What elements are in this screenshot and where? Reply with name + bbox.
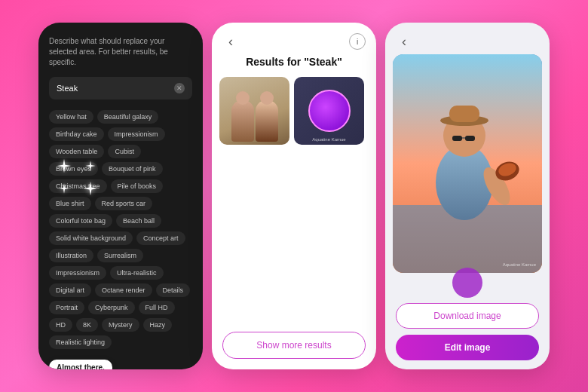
suggestion-chip[interactable]: Bouquet of pink — [102, 162, 163, 176]
person-2 — [256, 100, 278, 142]
suggestion-chip[interactable]: Details — [156, 283, 191, 297]
suggestion-chip[interactable]: Octane render — [95, 283, 152, 297]
suggestion-chip[interactable]: Portrait — [49, 301, 84, 314]
purple-circle — [308, 90, 351, 132]
show-more-button[interactable]: Show more results — [222, 332, 366, 359]
clear-icon: ✕ — [176, 84, 182, 92]
result-thumb-1[interactable] — [219, 77, 289, 145]
suggestion-chip[interactable]: Yellow hat — [49, 110, 93, 124]
prompt-input-field[interactable]: Steak ✕ — [49, 77, 192, 100]
back-button[interactable]: ‹ — [222, 33, 239, 50]
svg-rect-5 — [465, 136, 475, 141]
suggestion-chip[interactable]: Hazy — [143, 318, 173, 332]
drag-handle[interactable] — [452, 268, 482, 298]
prompt-panel: Describe what should replace your select… — [38, 23, 203, 369]
sparkle-1 — [51, 155, 77, 177]
sparkle-icon-2 — [84, 160, 96, 172]
couple-silhouette — [231, 100, 278, 142]
suggestion-chip[interactable]: Solid white background — [49, 231, 133, 245]
suggestion-chip[interactable]: Illustration — [49, 249, 93, 262]
clear-button[interactable]: ✕ — [174, 83, 185, 93]
info-button[interactable]: i — [349, 33, 366, 50]
sparkle-4 — [77, 177, 103, 200]
detail-image-label: Aquatine Kamue — [503, 262, 536, 267]
sparkle-3 — [51, 177, 77, 200]
almost-there-tooltip: Almost there. — [49, 360, 112, 369]
results-grid: Aquatine Kamue — [212, 77, 376, 324]
suggestion-chip[interactable]: Cubist — [108, 145, 141, 158]
download-button[interactable]: Download image — [396, 303, 539, 329]
back-icon: ‹ — [228, 34, 233, 50]
suggestion-chip[interactable]: Surrealism — [97, 249, 143, 262]
detail-header: ‹ — [385, 23, 550, 54]
suggestion-chip[interactable]: Cyberpunk — [88, 301, 135, 314]
detail-image: Aquatine Kamue — [393, 54, 542, 273]
suggestion-chip[interactable]: Colorful tote bag — [49, 214, 112, 228]
detail-panel: ‹ — [385, 23, 550, 369]
result-thumb-2[interactable]: Aquatine Kamue — [294, 77, 364, 145]
person-1 — [231, 100, 254, 142]
sparkle-icon-4 — [82, 180, 99, 197]
svg-rect-8 — [449, 106, 479, 122]
suggestion-chip[interactable]: Birthday cake — [49, 127, 104, 141]
suggestion-chip[interactable]: Realistic lighting — [49, 335, 112, 349]
results-title: Results for "Steak" — [212, 56, 376, 68]
detail-back-button[interactable]: ‹ — [396, 33, 412, 50]
prompt-label: Describe what should replace your select… — [49, 36, 192, 68]
thumb-2-label: Aquatine Kamue — [294, 137, 364, 142]
suggestion-chip[interactable]: Pile of books — [111, 179, 164, 193]
suggestion-chip[interactable]: Ultra-realistic — [110, 266, 164, 280]
suggestion-chip[interactable]: HD — [49, 318, 72, 332]
suggestion-chip[interactable]: Impressionism — [49, 266, 106, 280]
suggestion-chip[interactable]: Beautiful galaxy — [97, 110, 159, 124]
suggestion-chip[interactable]: Impressionism — [108, 127, 165, 141]
suggestion-chip[interactable]: 8K — [76, 318, 98, 332]
suggestion-chip[interactable]: Concept art — [136, 231, 185, 245]
sparkle-icon-3 — [58, 182, 70, 194]
info-icon: i — [357, 38, 358, 46]
results-header: ‹ i — [212, 23, 376, 54]
prompt-value: Steak — [57, 84, 78, 93]
suggestion-chip[interactable]: Digital art — [49, 283, 91, 297]
results-panel: ‹ i Results for "Steak" Aquatine Kamue S… — [212, 23, 376, 369]
sparkle-icon-1 — [56, 158, 72, 174]
chip-grid: Yellow hatBeautiful galaxyBirthday cakeI… — [49, 110, 192, 349]
suggestion-chip[interactable]: Full HD — [139, 301, 175, 314]
sparkle-overlay — [51, 155, 103, 200]
suggestion-chip[interactable]: Red sports car — [95, 197, 153, 210]
svg-rect-4 — [452, 136, 462, 141]
detail-back-icon: ‹ — [402, 34, 406, 50]
sparkle-2 — [77, 155, 103, 177]
action-buttons: Download image Edit image — [385, 294, 550, 369]
suggestion-chip[interactable]: Beach ball — [116, 214, 161, 228]
edit-button[interactable]: Edit image — [396, 335, 539, 360]
man-steak-illustration — [393, 54, 542, 273]
suggestion-chip[interactable]: Mystery — [102, 318, 139, 332]
